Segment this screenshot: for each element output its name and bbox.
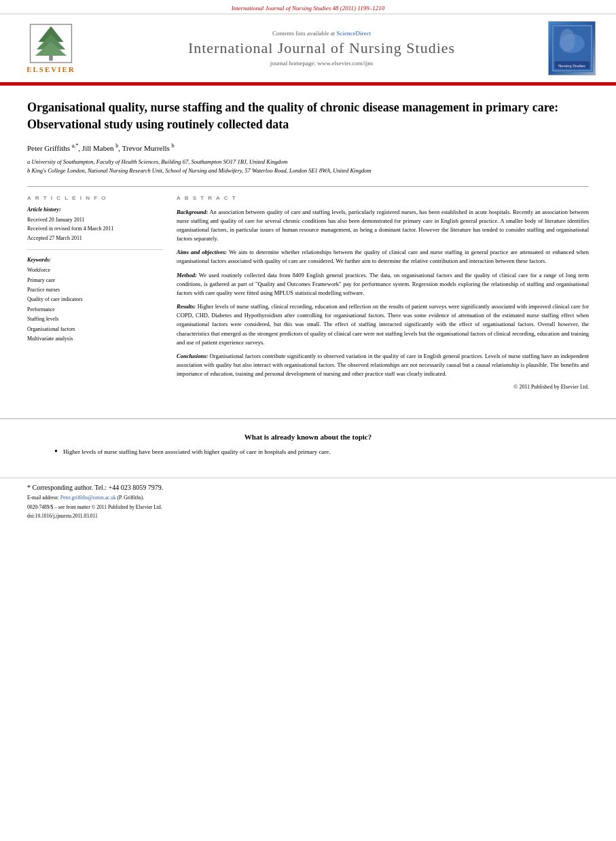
affiliation-b: b King's College London, National Nursin… <box>27 166 589 175</box>
conclusions-text: Organisational factors contribute signif… <box>177 353 589 377</box>
doi-line: doi:10.1016/j.ijnurstu.2011.03.011 <box>27 513 589 519</box>
keyword-4: Quality of care indicators <box>27 295 163 304</box>
abstract-heading: A B S T R A C T <box>177 195 589 201</box>
doi-text: doi:10.1016/j.ijnurstu.2011.03.011 <box>27 513 98 519</box>
keywords-list: Workforce Primary care Practice nurses Q… <box>27 266 163 344</box>
background-text: An association between quality of care a… <box>177 209 589 243</box>
elsevier-tree-icon <box>27 23 75 64</box>
history-label: Article history: <box>27 207 163 213</box>
aims-label: Aims and objectives: <box>177 249 227 255</box>
license-text: 0020-7489/$ – see front matter © 2011 Pu… <box>27 504 162 510</box>
affiliation-a: a University of Southampton, Faculty of … <box>27 158 589 166</box>
article-info-column: A R T I C L E I N F O Article history: R… <box>27 195 163 391</box>
science-direct-link[interactable]: ScienceDirect <box>337 30 371 37</box>
affiliations: a University of Southampton, Faculty of … <box>27 158 589 175</box>
keyword-8: Multivariate analysis <box>27 334 163 344</box>
abstract-conclusions: Conclusions: Organisational factors cont… <box>177 352 589 379</box>
keyword-2: Primary care <box>27 276 163 285</box>
background-label: Background: <box>177 209 208 215</box>
known-bullet-1: • Higher levels of nurse staffing have b… <box>27 448 589 457</box>
copyright-line: © 2011 Published by Elsevier Ltd. <box>177 384 589 390</box>
journal-header: ELSEVIER Contents lists available at Sci… <box>0 14 616 84</box>
svg-point-8 <box>560 29 575 52</box>
history-lines: Received 20 January 2011 Received in rev… <box>27 215 163 243</box>
bottom-divider <box>0 418 616 419</box>
elsevier-logo: ELSEVIER <box>20 23 81 73</box>
abstract-background: Background: An association between quali… <box>177 208 589 244</box>
received-revised-date: Received in revised form 4 March 2011 <box>27 224 163 234</box>
keyword-3: Practice nurses <box>27 285 163 295</box>
author-maben: Jill Maben b, <box>82 144 122 152</box>
keyword-7: Organisational factors <box>27 325 163 334</box>
aims-text: We aim to determine whether relationship… <box>177 249 589 264</box>
abstract-aims: Aims and objectives: We aim to determine… <box>177 248 589 266</box>
known-bullet-1-text: Higher levels of nurse staffing have bee… <box>63 448 331 457</box>
keyword-5: Performance <box>27 305 163 315</box>
journal-cover-image: Nursing Studies <box>548 21 596 75</box>
known-section: What is already known about the topic? •… <box>0 426 616 464</box>
keyword-1: Workforce <box>27 266 163 275</box>
conclusions-label: Conclusions: <box>177 353 208 359</box>
method-label: Method: <box>177 272 197 279</box>
email-note: E-mail address: Peter.griffiths@soton.ac… <box>27 494 589 501</box>
email-value: Peter.griffiths@soton.ac.uk <box>60 495 116 501</box>
accepted-date: Accepted 27 March 2011 <box>27 234 163 243</box>
results-label: Results: <box>177 303 196 310</box>
journal-issue-text: International Journal of Nursing Studies… <box>232 5 384 12</box>
license-note: 0020-7489/$ – see front matter © 2011 Pu… <box>27 504 589 510</box>
received-date: Received 20 January 2011 <box>27 215 163 225</box>
bullet-icon: • <box>54 447 58 457</box>
method-text: We used routinely collected data from 84… <box>177 272 589 296</box>
corresponding-note-text: * Corresponding author. Tel.: +44 023 80… <box>27 484 163 491</box>
journal-homepage: journal homepage: www.elsevier.com/ijns <box>95 60 548 67</box>
known-heading: What is already known about the topic? <box>27 433 589 441</box>
author-griffiths: Peter Griffiths a,*, <box>27 144 82 152</box>
abstract-results: Results: Higher levels of nurse staffing… <box>177 302 589 347</box>
authors-line: Peter Griffiths a,*, Jill Maben b, Trevo… <box>27 143 589 152</box>
info-divider <box>27 249 163 250</box>
science-direct-line: Contents lists available at ScienceDirec… <box>95 30 548 37</box>
email-label: E-mail address: <box>27 495 59 501</box>
keywords-label: Keywords: <box>27 257 163 263</box>
email-suffix: (P. Griffiths). <box>117 495 145 501</box>
abstract-column: A B S T R A C T Background: An associati… <box>177 195 589 391</box>
elsevier-brand-text: ELSEVIER <box>26 65 75 73</box>
main-content: Organisational quality, nurse staffing a… <box>0 86 616 412</box>
author-murrells: Trevor Murrells b <box>122 144 175 152</box>
article-info-heading: A R T I C L E I N F O <box>27 195 163 201</box>
footer: * Corresponding author. Tel.: +44 023 80… <box>0 478 616 524</box>
journal-title-block: Contents lists available at ScienceDirec… <box>95 30 548 67</box>
svg-text:Nursing Studies: Nursing Studies <box>558 64 585 68</box>
corresponding-author-note: * Corresponding author. Tel.: +44 023 80… <box>27 484 589 491</box>
keyword-6: Staffing levels <box>27 315 163 324</box>
journal-main-title: International Journal of Nursing Studies <box>95 39 548 57</box>
abstract-method: Method: We used routinely collected data… <box>177 271 589 298</box>
results-text: Higher levels of nurse staffing, clinica… <box>177 303 589 346</box>
two-column-section: A R T I C L E I N F O Article history: R… <box>27 186 589 391</box>
article-title: Organisational quality, nurse staffing a… <box>27 99 589 133</box>
top-bar: International Journal of Nursing Studies… <box>0 0 616 14</box>
